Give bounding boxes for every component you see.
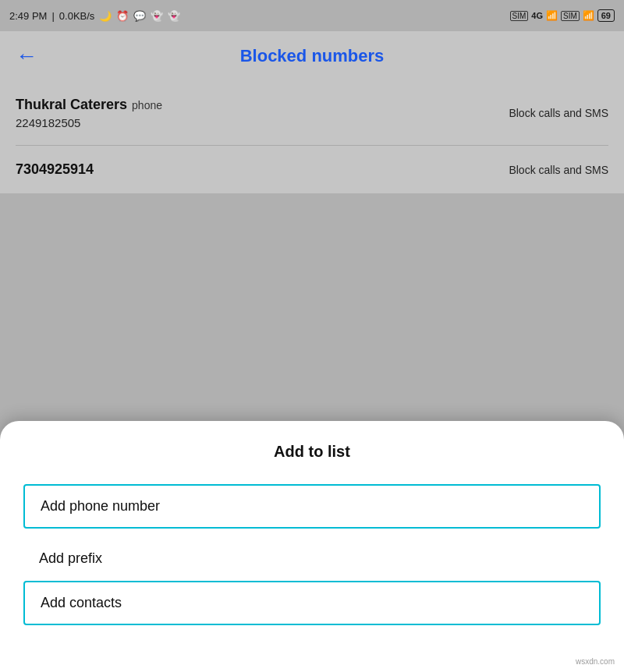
- blocked-item[interactable]: 7304925914 Block calls and SMS: [16, 146, 608, 193]
- sim2-icon: SIM: [561, 11, 580, 21]
- signal1-icon: 📶: [546, 10, 558, 21]
- status-bar: 2:49 PM | 0.0KB/s 🌙 ⏰ 💬 👻 👻 SIM 4G 📶 SIM…: [0, 0, 624, 31]
- watermark: wsxdn.com: [576, 657, 615, 666]
- top-bar: ← Blocked numbers: [0, 31, 624, 81]
- speed-label: 0.0KB/s: [59, 10, 95, 22]
- item-name-row: Thukral Caterers phone: [16, 97, 162, 113]
- status-left: 2:49 PM | 0.0KB/s 🌙 ⏰ 💬 👻 👻: [9, 10, 180, 22]
- whatsapp-icon: 💬: [133, 10, 146, 22]
- add-phone-number-option[interactable]: Add phone number: [23, 484, 601, 529]
- add-prefix-option[interactable]: Add prefix: [0, 536, 624, 581]
- item-number-only: 7304925914: [16, 161, 94, 178]
- time-label: 2:49 PM: [9, 10, 47, 22]
- add-contacts-option[interactable]: Add contacts: [23, 581, 601, 625]
- bottom-sheet: Add to list Add phone number Add prefix …: [0, 421, 624, 672]
- blocked-numbers-list: Thukral Caterers phone 2249182505 Block …: [0, 81, 624, 193]
- add-contacts-label: Add contacts: [41, 595, 122, 610]
- item-status: Block calls and SMS: [509, 164, 608, 176]
- signal2-icon: 📶: [583, 10, 594, 21]
- sheet-title: Add to list: [0, 443, 624, 461]
- sim1-icon: SIM: [510, 11, 529, 21]
- item-type: phone: [132, 99, 162, 111]
- item-left: Thukral Caterers phone 2249182505: [16, 97, 162, 129]
- separator: |: [51, 10, 54, 22]
- item-number: 2249182505: [16, 116, 162, 129]
- add-prefix-label: Add prefix: [39, 550, 102, 566]
- back-button[interactable]: ←: [16, 45, 37, 67]
- item-left: 7304925914: [16, 161, 94, 178]
- item-status: Block calls and SMS: [509, 107, 608, 119]
- item-name: Thukral Caterers: [16, 97, 127, 113]
- 4g-label: 4G: [531, 11, 543, 20]
- page-title: Blocked numbers: [240, 46, 385, 66]
- alarm-icon: ⏰: [116, 10, 129, 22]
- snapchat2-icon: 👻: [168, 10, 180, 22]
- moon-icon: 🌙: [99, 10, 112, 22]
- status-right: SIM 4G 📶 SIM 📶 69: [510, 9, 615, 22]
- blocked-item[interactable]: Thukral Caterers phone 2249182505 Block …: [16, 81, 608, 146]
- battery-label: 69: [597, 9, 615, 22]
- snapchat-icon: 👻: [151, 10, 163, 22]
- add-phone-number-label: Add phone number: [41, 498, 160, 514]
